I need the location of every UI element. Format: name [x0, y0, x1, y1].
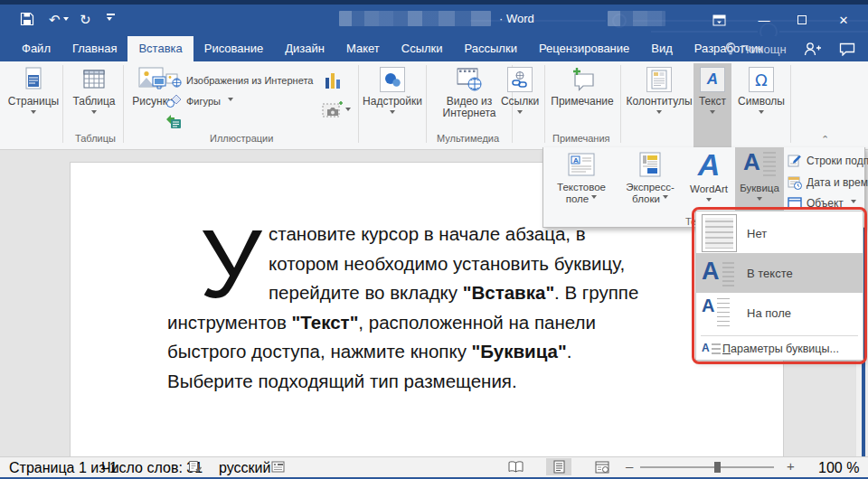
doc-line-4[interactable]: инструментов "Текст", расположенной на п… — [167, 312, 596, 333]
dropcap-intext-label: В тексте — [747, 267, 793, 280]
qat-caret — [107, 17, 112, 23]
addins-iconbox — [380, 67, 405, 92]
tab-layout[interactable]: Макет — [335, 36, 391, 61]
text-box-button[interactable]: A Текстовое поле — [547, 151, 616, 205]
macro-status-icon[interactable] — [271, 461, 285, 473]
language-status[interactable]: русский — [219, 460, 270, 476]
text-caret — [710, 110, 715, 117]
text-group-button[interactable]: A Текст — [693, 67, 731, 117]
doc-line-5[interactable]: быстрого доступа, нажмите кнопку "Буквиц… — [167, 341, 571, 362]
dropcap-menu-item-none[interactable]: Нет — [696, 213, 863, 253]
qat-bar — [107, 14, 115, 15]
quick-parts-label-1: Экспресс- — [626, 182, 675, 193]
tell-me-help[interactable]: Помощн — [741, 42, 787, 56]
redo-button[interactable]: ↻ — [80, 12, 91, 28]
tab-home[interactable]: Главная — [61, 36, 127, 61]
tab-design[interactable]: Дизайн — [274, 36, 335, 61]
header-footer-button[interactable]: Колонтитулы — [624, 67, 694, 117]
maximize-button[interactable] — [788, 10, 816, 30]
minimize-button[interactable]: — — [750, 10, 778, 30]
group-label-tables: Таблицы — [75, 133, 116, 144]
wordart-label: WordArt — [690, 183, 728, 195]
smartart-icon — [165, 114, 182, 129]
online-video-button[interactable]: Видео из Интернета — [431, 67, 507, 119]
zoom-level[interactable]: 100 % — [818, 460, 859, 476]
customize-qat-button[interactable] — [107, 14, 115, 30]
addins-icon — [383, 70, 401, 89]
text-box-label-2: поле — [566, 193, 597, 205]
comment-label: Примечание — [551, 96, 613, 108]
tab-view[interactable]: Вид — [640, 36, 684, 61]
quick-parts-caret — [663, 195, 668, 202]
header-footer-iconbox — [646, 67, 672, 92]
zoom-slider-thumb[interactable] — [714, 462, 721, 473]
print-layout-icon — [553, 460, 565, 474]
share-person-icon[interactable] — [803, 41, 821, 57]
text-iconbox: A — [700, 67, 725, 92]
dropcap-caret — [757, 197, 762, 203]
symbols-button[interactable]: Ω Символы — [735, 67, 788, 117]
dropcap-menu-item-intext[interactable]: A В тексте — [696, 253, 863, 293]
header-footer-caret — [656, 110, 662, 117]
text-label: Текст — [699, 96, 726, 108]
zoom-out-button[interactable]: – — [626, 458, 633, 474]
doc-line-1[interactable]: становите курсор в начале абзаца, в — [269, 223, 586, 245]
group-label-media: Мультимедиа — [437, 133, 499, 144]
date-time-button[interactable]: Дата и время — [788, 175, 868, 190]
object-caret — [851, 200, 856, 206]
links-label: Ссылки — [501, 96, 539, 108]
shapes-button[interactable]: Фигуры — [165, 94, 233, 108]
drop-cap-letter[interactable]: У — [200, 215, 262, 313]
online-pictures-button[interactable]: Изображения из Интернета — [165, 72, 313, 88]
comment-button[interactable]: Примечание — [548, 67, 617, 108]
object-button[interactable]: Объект — [788, 197, 856, 210]
dropcap-options-icon: A — [702, 343, 721, 355]
dropcap-menu-item-inmargin[interactable]: A На поле — [696, 293, 863, 333]
collapse-ribbon-button[interactable]: ⌃ — [821, 134, 829, 146]
zoom-in-button[interactable]: + — [787, 458, 795, 474]
menu-divider — [701, 335, 858, 336]
wordart-icon: A — [698, 149, 721, 180]
chart-button[interactable] — [324, 70, 342, 94]
dropcap-options-item[interactable]: A Параметры буквицы... — [696, 337, 863, 361]
text-box-label-1: Текстовое — [557, 182, 606, 193]
quick-parts-button[interactable]: Экспресс- блоки — [618, 151, 683, 205]
web-layout-view-button[interactable] — [590, 458, 615, 475]
read-mode-view-button[interactable] — [503, 458, 528, 475]
shapes-caret — [228, 98, 233, 104]
screenshot-button[interactable] — [322, 101, 351, 119]
doc-line-3[interactable]: перейдите во вкладку "Вставка". В группе — [269, 282, 638, 304]
wordart-button[interactable]: A WordArt — [684, 149, 733, 204]
dropcap-options-label: Параметры буквицы... — [722, 343, 839, 355]
links-button[interactable]: Ссылки — [498, 67, 542, 117]
dropcap-icon: A — [743, 150, 776, 179]
doc-line-6[interactable]: Выберите подходящий тип размещения. — [167, 371, 517, 392]
proofing-status-icon[interactable] — [188, 460, 202, 474]
signature-line-button[interactable]: Строки подписи — [788, 154, 868, 168]
text-icon: A — [707, 70, 718, 89]
tab-file[interactable]: Файл — [11, 36, 61, 61]
ribbon-display-options-button[interactable] — [705, 10, 732, 30]
pages-button[interactable]: Страницы — [7, 67, 60, 117]
dropcap-button[interactable]: A Буквица — [735, 150, 784, 203]
save-button[interactable] — [20, 12, 34, 28]
doc-line-2[interactable]: котором необходимо установить буквицу, — [269, 253, 625, 275]
dropcap-none-label: Нет — [747, 227, 767, 240]
print-layout-view-button[interactable] — [546, 458, 571, 475]
tab-mailings[interactable]: Рассылки — [454, 36, 528, 61]
addins-button[interactable]: Надстройки — [362, 67, 423, 117]
tab-references[interactable]: Ссылки — [391, 36, 454, 61]
undo-button[interactable]: ↶ — [49, 12, 69, 28]
table-button[interactable]: Таблица — [69, 67, 119, 117]
group-label-illustrations: Иллюстрации — [210, 133, 273, 144]
comments-bubble-icon[interactable] — [839, 42, 855, 56]
dropcap-label: Буквица — [740, 183, 779, 194]
close-button[interactable]: ✕ — [830, 10, 857, 30]
pages-label: Страницы — [8, 96, 59, 108]
tab-insert[interactable]: Вставка — [127, 36, 193, 61]
tab-draw[interactable]: Рисование — [193, 36, 274, 61]
dropcap-inmargin-label: На поле — [747, 306, 791, 320]
zoom-slider-track[interactable] — [640, 466, 774, 468]
smartart-button[interactable] — [165, 114, 182, 133]
tab-review[interactable]: Рецензирование — [528, 36, 640, 61]
